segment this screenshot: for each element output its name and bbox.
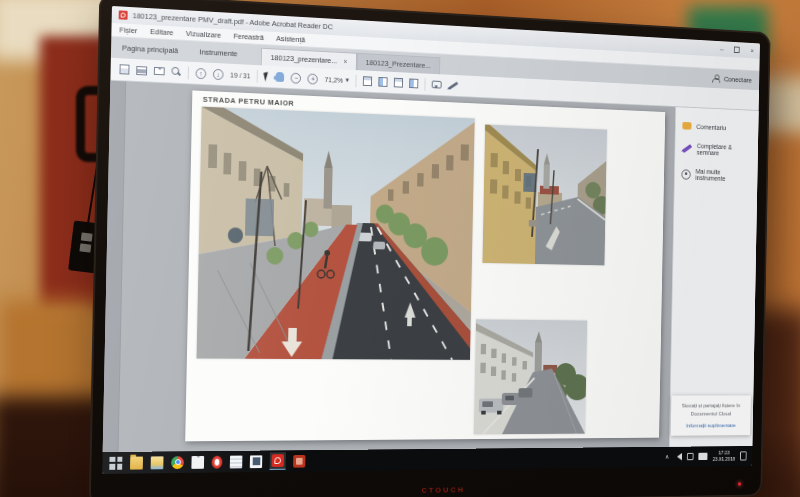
pdf-page: STRADA PETRU MAIOR [185, 90, 665, 441]
tab-tools[interactable]: Instrumente [189, 41, 248, 65]
fit-page-button[interactable] [409, 78, 418, 88]
toolbar-divider [355, 74, 356, 87]
remote-button [81, 232, 93, 241]
tool-more-tools[interactable]: Mai multe instrumente [675, 167, 758, 183]
toolbar-divider [188, 66, 189, 79]
screen: 180123_prezentare PMV_draft.pdf - Adobe … [102, 6, 760, 474]
system-tray: ∧ 17:23 23.01.2018 [665, 449, 747, 463]
room-left-wall [0, 300, 100, 430]
previous-page-button[interactable]: ↑ [196, 67, 207, 78]
zoom-level-dropdown[interactable]: 71,2% ▾ [325, 75, 350, 84]
pen-tool-icon[interactable] [448, 81, 458, 89]
tray-chevron-icon[interactable]: ∧ [665, 453, 669, 460]
person-icon [712, 74, 720, 83]
acrobat-taskbar-active[interactable] [270, 452, 286, 470]
tool-fill-sign[interactable]: Completare & semnare [675, 142, 758, 158]
scrolling-view-button[interactable] [363, 76, 372, 86]
remote-button [79, 243, 91, 252]
comment-bubble-icon [682, 122, 691, 130]
menu-file[interactable]: Fișier [119, 25, 137, 35]
chevron-down-icon: ▾ [346, 76, 349, 84]
page-heading: STRADA PETRU MAIOR [203, 95, 295, 108]
toolbar-divider [257, 70, 258, 83]
next-page-button[interactable]: ↓ [213, 68, 224, 79]
volume-icon[interactable] [674, 453, 682, 460]
more-tools-icon [681, 169, 690, 179]
document-canvas[interactable]: STRADA PETRU MAIOR [103, 81, 676, 452]
popup-message: Stocați și partajați fișiere în Document… [675, 402, 747, 418]
document-app-icon[interactable] [230, 455, 243, 468]
page-number-display[interactable]: 19 / 31 [230, 71, 251, 79]
file-explorer-icon[interactable] [151, 456, 164, 469]
toolbar-divider [424, 78, 425, 90]
print-button[interactable] [136, 66, 147, 75]
menu-edit[interactable]: Editare [150, 27, 173, 37]
taskbar-clock[interactable]: 17:23 23.01.2018 [713, 450, 736, 463]
tool-fill-sign-label: Completare & semnare [697, 143, 752, 158]
zoom-in-button[interactable]: + [308, 73, 318, 84]
document-cloud-popup: Stocați și partajați fișiere în Document… [671, 395, 751, 435]
maximize-button[interactable] [734, 47, 740, 54]
keyboard-language-icon[interactable] [699, 453, 708, 460]
acrobat-icon [272, 454, 284, 467]
monitor-brand-logo: CTOUCH [89, 481, 762, 497]
menu-window[interactable]: Fereastră [233, 32, 264, 42]
main-area: STRADA PETRU MAIOR [103, 81, 759, 452]
ctouch-monitor: 180123_prezentare PMV_draft.pdf - Adobe … [89, 0, 771, 497]
hand-tool-icon[interactable] [276, 72, 285, 82]
minimize-button[interactable]: – [720, 45, 724, 53]
single-page-view-button[interactable] [378, 77, 387, 87]
photo-existing-street-bottom [474, 319, 587, 434]
sign-in-label: Conectare [724, 75, 752, 85]
fit-width-button[interactable] [394, 78, 403, 88]
comment-tool-icon[interactable] [431, 81, 441, 89]
select-tool-icon[interactable] [264, 72, 270, 82]
tool-comment[interactable]: Comentariu [676, 122, 759, 133]
document-tab-label: 180123_prezentare... [270, 53, 337, 65]
mail-icon[interactable] [191, 455, 204, 468]
usb-tray-icon[interactable] [687, 453, 694, 460]
document-tab-label: 180123_Prezentare... [366, 58, 431, 70]
photos-app-icon[interactable] [250, 455, 263, 468]
zoom-level-value: 71,2% [325, 76, 343, 84]
render-proposed-street [197, 107, 475, 360]
menu-help[interactable]: Asistență [276, 34, 305, 44]
adobe-app-icon[interactable] [293, 454, 305, 467]
acrobat-logo-icon [119, 10, 128, 19]
close-button[interactable]: × [750, 47, 754, 55]
menu-view[interactable]: Vizualizare [186, 29, 221, 40]
tab-close-icon[interactable]: × [343, 58, 347, 65]
photo-existing-street-top [482, 125, 607, 266]
start-button[interactable] [109, 456, 122, 469]
tool-more-tools-label: Mai multe instrumente [695, 168, 751, 183]
save-button[interactable] [119, 64, 129, 74]
search-icon[interactable] [171, 67, 181, 77]
tool-comment-label: Comentariu [696, 123, 726, 131]
action-center-icon[interactable] [740, 451, 747, 460]
email-button[interactable] [154, 67, 165, 75]
zoom-out-button[interactable]: − [291, 72, 301, 83]
chrome-icon[interactable] [171, 456, 184, 469]
clock-date: 23.01.2018 [713, 456, 736, 463]
folder-icon[interactable] [130, 456, 143, 469]
fill-sign-pen-icon [682, 144, 692, 153]
opera-icon[interactable] [212, 455, 223, 468]
popup-more-info-link[interactable]: Informații suplimentare [675, 422, 746, 430]
